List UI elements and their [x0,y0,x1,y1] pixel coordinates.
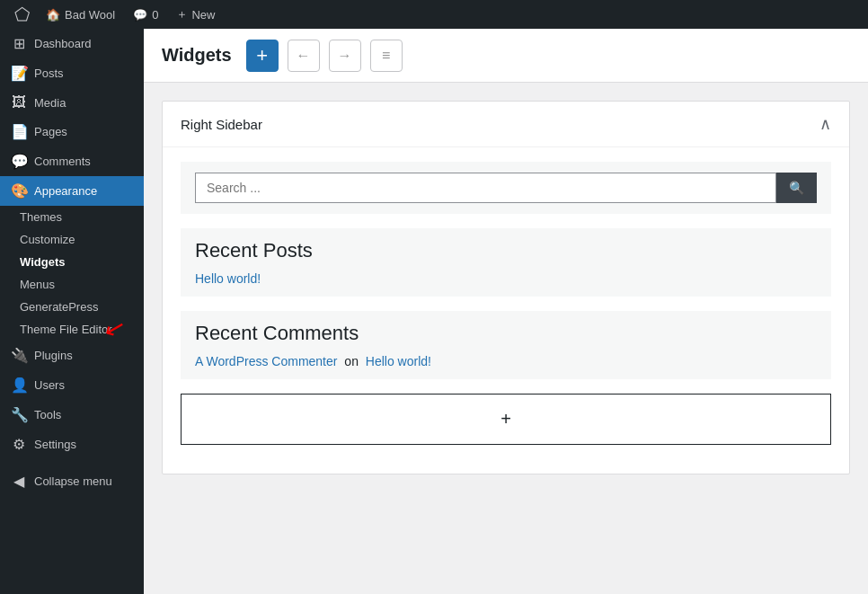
redo-button[interactable]: → [329,40,361,72]
new-label: New [191,8,215,22]
new-content-link[interactable]: ＋ New [167,6,224,22]
media-icon: 🖼 [11,94,27,111]
search-widget: 🔍 [181,162,831,214]
undo-button[interactable]: ← [288,40,320,72]
widgets-header: Widgets + ← → ≡ [144,29,868,83]
dashboard-icon: ⊞ [11,35,27,52]
add-widget-icon: + [500,409,511,430]
sidebar-collapse[interactable]: ◀ Collapse menu [0,466,144,496]
comments-link[interactable]: 💬 0 [124,0,167,29]
sidebar-sub-customize[interactable]: Customize [0,228,144,251]
plus-icon: ＋ [176,6,188,22]
sidebar-item-label: Appearance [34,184,97,198]
sidebar-item-settings[interactable]: ⚙ Settings [0,430,144,459]
recent-comments-title: Recent Comments [195,322,817,345]
main-content: Widgets + ← → ≡ Right Sidebar ∧ 🔍 [144,29,868,594]
sidebar-item-appearance[interactable]: 🎨 Appearance [0,176,144,206]
site-name: Bad Wool [65,8,115,22]
home-icon: 🏠 [46,8,60,22]
sidebar-item-label: Media [34,96,66,110]
admin-bar: ⬠ 🏠 Bad Wool 💬 0 ＋ New [0,0,868,29]
widget-area-header: Right Sidebar ∧ [163,102,849,147]
users-icon: 👤 [11,377,27,394]
search-button[interactable]: 🔍 [776,173,817,203]
widget-area-title: Right Sidebar [181,117,262,132]
recent-comment-post-link[interactable]: Hello world! [366,354,431,368]
sidebar-sub-menus[interactable]: Menus [0,273,144,296]
widget-area-body: 🔍 Recent Posts Hello world! Recent Comme… [163,147,849,474]
comments-icon: 💬 [11,153,27,170]
sidebar-item-label: Users [34,378,65,392]
recent-post-link[interactable]: Hello world! [195,271,261,286]
sidebar-sub-theme-file-editor[interactable]: Theme File Editor [0,318,144,341]
collapse-widget-area-button[interactable]: ∧ [819,114,831,134]
sidebar-item-label: Dashboard [34,37,92,50]
comment-icon: 💬 [133,8,147,22]
sidebar-item-posts[interactable]: 📝 Posts [0,58,144,88]
sidebar-item-label: Comments [34,155,91,168]
sidebar-item-label: Pages [34,125,67,138]
add-block-button[interactable]: + [246,40,279,72]
more-options-button[interactable]: ≡ [370,40,403,72]
sidebar-item-media[interactable]: 🖼 Media [0,88,144,117]
recent-posts-widget: Recent Posts Hello world! [181,228,831,297]
comments-count: 0 [152,8,158,22]
sidebar-item-pages[interactable]: 📄 Pages [0,117,144,146]
posts-icon: 📝 [11,65,27,82]
appearance-icon: 🎨 [11,182,27,199]
sidebar-item-label: Collapse menu [34,474,112,488]
site-name-link[interactable]: 🏠 Bad Wool [37,0,124,29]
page-title: Widgets [162,45,232,66]
search-input[interactable] [195,173,776,203]
recent-comments-widget: Recent Comments A WordPress Commenter on… [181,311,831,379]
sidebar-item-label: Plugins [34,349,73,362]
sidebar-item-label: Posts [34,66,64,80]
sidebar-item-users[interactable]: 👤 Users [0,370,144,400]
wp-logo[interactable]: ⬠ [7,4,37,25]
right-sidebar-widget-area: Right Sidebar ∧ 🔍 Recent Posts Hello wor… [162,101,850,474]
sidebar-sub-widgets[interactable]: Widgets [0,251,144,273]
collapse-icon: ◀ [11,473,27,490]
sidebar-item-label: Tools [34,408,61,421]
settings-icon: ⚙ [11,436,27,453]
plugins-icon: 🔌 [11,347,27,364]
sidebar-sub-themes[interactable]: Themes [0,206,144,228]
sidebar-item-dashboard[interactable]: ⊞ Dashboard [0,29,144,58]
sidebar-item-label: Settings [34,438,76,451]
on-text: on [344,354,359,368]
pages-icon: 📄 [11,123,27,140]
sidebar-sub-generatepress[interactable]: GeneratePress [0,296,144,318]
sidebar-item-tools[interactable]: 🔧 Tools [0,400,144,430]
recent-posts-title: Recent Posts [195,239,817,262]
sidebar: ⊞ Dashboard 📝 Posts 🖼 Media 📄 Pages 💬 Co… [0,29,144,594]
sidebar-item-comments[interactable]: 💬 Comments [0,146,144,176]
commenter-link[interactable]: A WordPress Commenter [195,354,337,368]
tools-icon: 🔧 [11,406,27,423]
add-widget-button[interactable]: + [181,394,831,445]
widgets-content: Right Sidebar ∧ 🔍 Recent Posts Hello wor… [144,83,868,510]
sidebar-item-plugins[interactable]: 🔌 Plugins [0,341,144,370]
